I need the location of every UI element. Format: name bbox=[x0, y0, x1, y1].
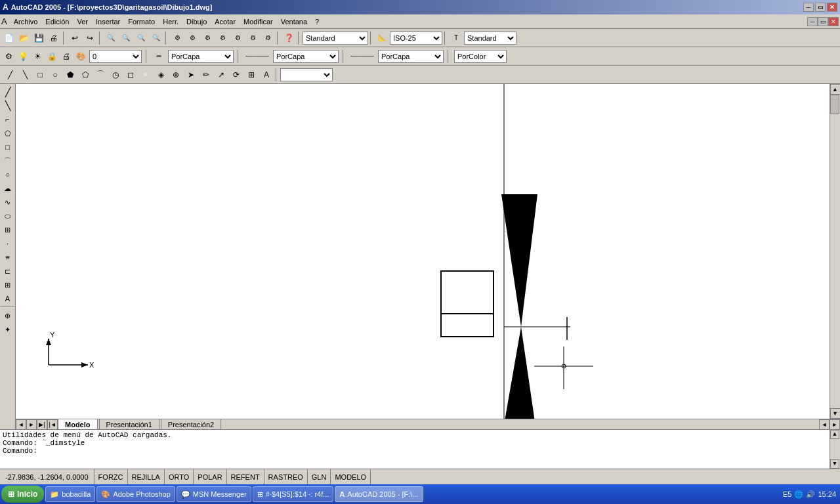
tab-end-btn[interactable]: ▶| bbox=[37, 419, 47, 430]
lt-polyline[interactable]: ⌐ bbox=[1, 113, 14, 126]
tool4-btn[interactable]: ⚙ bbox=[215, 31, 230, 45]
dt-btn17[interactable]: ⊞ bbox=[244, 68, 259, 82]
lt-mtext[interactable]: A bbox=[1, 292, 14, 305]
close-button[interactable]: ✕ bbox=[827, 3, 837, 12]
iso-select[interactable]: ISO-25 bbox=[390, 32, 442, 45]
menu-formato[interactable]: Formato bbox=[124, 16, 159, 27]
lineweight-select[interactable]: PorCapa bbox=[168, 50, 234, 63]
dt-btn6[interactable]: ⬠ bbox=[78, 68, 93, 82]
dt-btn7[interactable]: ⌒ bbox=[93, 68, 108, 82]
hscroll-left-btn[interactable]: ◄ bbox=[819, 419, 830, 430]
zoomout-btn[interactable]: 🔍 bbox=[119, 31, 133, 45]
menu-edicion[interactable]: Edición bbox=[41, 16, 73, 27]
undo-btn[interactable]: ↩ bbox=[68, 31, 82, 45]
lt-table[interactable]: ⊞ bbox=[1, 278, 14, 291]
print-btn[interactable]: 🖨 bbox=[47, 31, 61, 45]
standard2-select[interactable]: Standard bbox=[464, 32, 516, 45]
minimize-button[interactable]: ─ bbox=[803, 3, 814, 12]
new-btn[interactable]: 📄 bbox=[1, 31, 16, 45]
status-polar[interactable]: POLAR bbox=[194, 469, 226, 484]
dt-btn1[interactable]: ╱ bbox=[3, 68, 17, 82]
status-forzc[interactable]: FORZC bbox=[94, 469, 128, 484]
lt-region[interactable]: ⊏ bbox=[1, 264, 14, 278]
menu-archivo[interactable]: Archivo bbox=[10, 16, 42, 27]
status-refent[interactable]: REFENT bbox=[227, 469, 264, 484]
lt-arc[interactable]: ⌒ bbox=[1, 154, 14, 167]
vscroll-down-btn[interactable]: ▼ bbox=[830, 408, 841, 419]
restore-button[interactable]: ▭ bbox=[815, 3, 826, 12]
vscroll-up-btn[interactable]: ▲ bbox=[830, 84, 841, 94]
lt-point[interactable]: · bbox=[1, 237, 14, 250]
help-btn[interactable]: ❓ bbox=[282, 31, 296, 45]
dt-btn9[interactable]: ◻ bbox=[123, 68, 138, 82]
taskbar-bobadilla[interactable]: 📁 bobadilla bbox=[45, 486, 95, 502]
inner-close-button[interactable]: ✕ bbox=[828, 17, 839, 26]
open-btn[interactable]: 📂 bbox=[16, 31, 31, 45]
lt-polygon[interactable]: ⬠ bbox=[1, 127, 14, 140]
layer-icon1[interactable]: 💡 bbox=[17, 51, 29, 62]
lt-line[interactable]: ╱ bbox=[1, 85, 14, 98]
standard-select[interactable]: Standard bbox=[303, 32, 368, 45]
tool6-btn[interactable]: ⚙ bbox=[245, 31, 260, 45]
lt-3d1[interactable]: ⊕ bbox=[1, 309, 14, 322]
status-rejilla[interactable]: REJILLA bbox=[128, 469, 165, 484]
zoom2-btn[interactable]: 🔍 bbox=[149, 31, 163, 45]
menu-ver[interactable]: Ver bbox=[73, 16, 92, 27]
lt-ellipse[interactable]: ⬭ bbox=[1, 209, 14, 222]
dt-btn5[interactable]: ⬟ bbox=[63, 68, 77, 82]
tab-prev-btn[interactable]: ◄ bbox=[16, 419, 26, 430]
dt-btn11[interactable]: ◈ bbox=[154, 68, 168, 82]
tab-start-btn[interactable]: |◄ bbox=[47, 419, 58, 430]
tab-presentacion2[interactable]: Presentación2 bbox=[161, 419, 221, 429]
taskbar-photoshop[interactable]: 🎨 Adobe Photoshop bbox=[96, 486, 175, 502]
layer-icon4[interactable]: 🖨 bbox=[60, 51, 72, 62]
taskbar-misc[interactable]: ⊞ #·$4[S5]:$14 ·: r4f... bbox=[253, 486, 334, 502]
hscroll-right-btn[interactable]: ► bbox=[830, 419, 840, 430]
tool7-btn[interactable]: ⚙ bbox=[261, 31, 275, 45]
tool5-btn[interactable]: ⚙ bbox=[230, 31, 245, 45]
lt-rect[interactable]: □ bbox=[1, 140, 14, 154]
tab-presentacion1[interactable]: Presentación1 bbox=[99, 419, 159, 429]
taskbar-msn[interactable]: 💬 MSN Messenger bbox=[177, 486, 251, 502]
dt-btn18[interactable]: A bbox=[259, 68, 274, 82]
status-orto[interactable]: ORTO bbox=[165, 469, 194, 484]
inner-minimize-button[interactable]: ─ bbox=[807, 17, 818, 26]
vscroll-thumb[interactable] bbox=[830, 94, 839, 114]
dt-btn2[interactable]: ╲ bbox=[18, 68, 32, 82]
lt-spline[interactable]: ∿ bbox=[1, 196, 14, 209]
dt-select[interactable] bbox=[280, 68, 333, 81]
layer-icon2[interactable]: ☀ bbox=[32, 51, 43, 62]
redo-btn[interactable]: ↪ bbox=[83, 31, 97, 45]
menu-help[interactable]: ? bbox=[311, 16, 323, 27]
inner-restore-button[interactable]: ▭ bbox=[818, 17, 828, 26]
layer-icon5[interactable]: 🎨 bbox=[75, 51, 87, 62]
save-btn[interactable]: 💾 bbox=[32, 31, 46, 45]
lt-cloud[interactable]: ☁ bbox=[1, 182, 14, 195]
linetype-select[interactable]: PorCapa bbox=[273, 50, 339, 63]
status-rastreo[interactable]: RASTREO bbox=[264, 469, 308, 484]
dt-btn3[interactable]: □ bbox=[33, 68, 47, 82]
start-button[interactable]: ⊞ Inicio bbox=[1, 486, 44, 503]
dt-btn8[interactable]: ◷ bbox=[108, 68, 123, 82]
menu-modificar[interactable]: Modificar bbox=[240, 16, 277, 27]
menu-herr[interactable]: Herr. bbox=[159, 16, 182, 27]
lt-3d2[interactable]: ✦ bbox=[1, 323, 14, 336]
taskbar-autocad[interactable]: A AutoCAD 2005 - [F:\... bbox=[335, 486, 423, 502]
dt-btn4[interactable]: ○ bbox=[48, 68, 62, 82]
tool1-btn[interactable]: ⚙ bbox=[170, 31, 184, 45]
hscroll-track[interactable] bbox=[222, 419, 819, 429]
menu-insertar[interactable]: Insertar bbox=[92, 16, 124, 27]
lt-insert[interactable]: ⊞ bbox=[1, 223, 14, 236]
status-modelo[interactable]: MODELO bbox=[331, 469, 371, 484]
zoom-btn[interactable]: 🔍 bbox=[134, 31, 148, 45]
dt-btn13[interactable]: ➤ bbox=[184, 68, 198, 82]
vscroll-track[interactable] bbox=[830, 94, 840, 408]
layer-props-icon[interactable]: ⚙ bbox=[3, 51, 14, 62]
dt-btn10[interactable]: ◽ bbox=[138, 68, 153, 82]
cmd-scrollbar[interactable]: ▲ ▼ bbox=[830, 430, 840, 469]
tool2-btn[interactable]: ⚙ bbox=[185, 31, 200, 45]
menu-ventana[interactable]: Ventana bbox=[277, 16, 311, 27]
dt-btn15[interactable]: ↗ bbox=[214, 68, 228, 82]
color-select[interactable]: PorColor bbox=[454, 50, 507, 63]
menu-acotar[interactable]: Acotar bbox=[211, 16, 240, 27]
